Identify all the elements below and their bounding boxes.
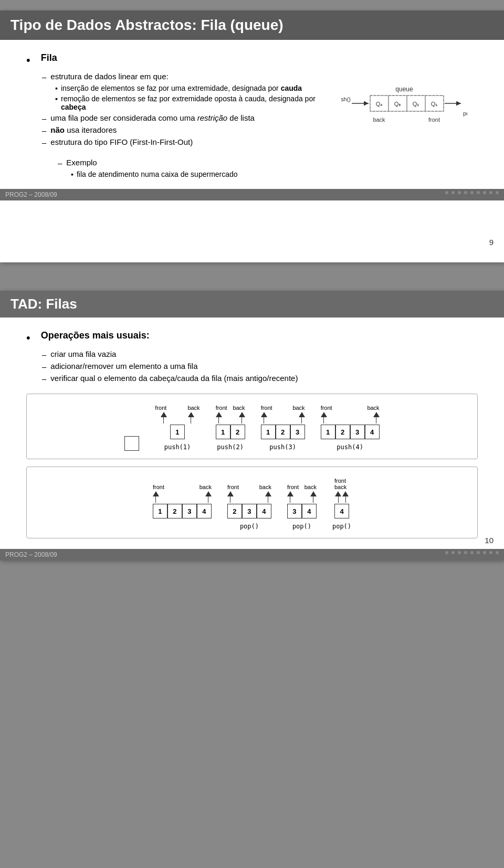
op-sub1: criar uma fila vazia bbox=[42, 350, 478, 359]
pop-diagrams-section: frontback 1 2 3 4 bbox=[26, 467, 478, 538]
pop2-diagram: frontback 3 4 pop() bbox=[287, 484, 317, 530]
exemplo-sub: fila de atendimento numa caixa de superm… bbox=[71, 170, 478, 178]
svg-text:Q₄: Q₄ bbox=[376, 101, 383, 107]
pop3-diagram: front back 4 pop() bbox=[332, 478, 351, 530]
page-number-2: 10 bbox=[485, 536, 494, 545]
fila-bullet: Fila bbox=[41, 52, 57, 63]
push2-diagram: frontback 1 2 push(2) bbox=[216, 405, 245, 451]
sub1-text: estrutura de dados linear em que: bbox=[42, 72, 341, 81]
svg-text:Q₃: Q₃ bbox=[394, 101, 401, 107]
operacoes-bullet: Operações mais usuais: bbox=[41, 330, 150, 341]
empty-diagram bbox=[124, 436, 139, 451]
pop0-diagram: frontback 1 2 3 4 bbox=[153, 484, 212, 530]
slide-2-title: TAD: Filas bbox=[0, 291, 504, 317]
push1-diagram: frontback 1 push(1) bbox=[155, 405, 200, 451]
exemplo-label: Exemplo bbox=[58, 158, 478, 167]
svg-text:Q₂: Q₂ bbox=[413, 101, 419, 107]
pop-row: frontback 1 2 3 4 bbox=[32, 478, 472, 530]
push-row: frontback 1 push(1) bbox=[32, 405, 472, 451]
pop1-diagram: frontback 2 3 4 pop() bbox=[227, 484, 271, 530]
svg-text:pop(): pop() bbox=[463, 110, 467, 117]
push-diagrams-section: frontback 1 push(1) bbox=[26, 394, 478, 459]
op-sub3: verificar qual o elemento da cabeça/caud… bbox=[42, 374, 478, 383]
sub3-text: não usa iteradores bbox=[42, 125, 341, 135]
push4-diagram: frontback 1 2 3 4 bbox=[321, 405, 380, 451]
queue-diagram: queue Q₄ Q₃ Q₂ Q₁ push() pop() ba bbox=[341, 84, 467, 147]
sub4-text: estrutura do tipo FIFO (First-In-First-O… bbox=[42, 137, 341, 147]
svg-text:queue: queue bbox=[395, 86, 413, 93]
svg-text:back: back bbox=[373, 117, 385, 123]
push3-diagram: frontback 1 2 3 push( bbox=[261, 405, 305, 451]
sub1a-text: inserção de elementos se faz por uma ext… bbox=[55, 84, 341, 92]
slide-footer-2: PROG2 – 2008/09 bbox=[0, 549, 504, 560]
slide-1: Tipo de Dados Abstractos: Fila (queue) •… bbox=[0, 10, 504, 262]
slide-2: TAD: Filas • Operações mais usuais: cria… bbox=[0, 291, 504, 560]
sub1b-text: remoção de elementos se faz por extremid… bbox=[55, 94, 341, 111]
page-number-1: 9 bbox=[489, 238, 494, 247]
slide-footer-1: PROG2 – 2008/09 bbox=[0, 189, 504, 200]
sub2-text: uma fila pode ser considerada como uma r… bbox=[42, 113, 341, 123]
slide-1-title: Tipo de Dados Abstractos: Fila (queue) bbox=[0, 10, 504, 40]
svg-text:Q₁: Q₁ bbox=[431, 101, 438, 107]
svg-text:push(): push() bbox=[341, 96, 351, 102]
op-sub2: adicionar/remover um elemento a uma fila bbox=[42, 362, 478, 371]
svg-text:front: front bbox=[428, 117, 440, 123]
